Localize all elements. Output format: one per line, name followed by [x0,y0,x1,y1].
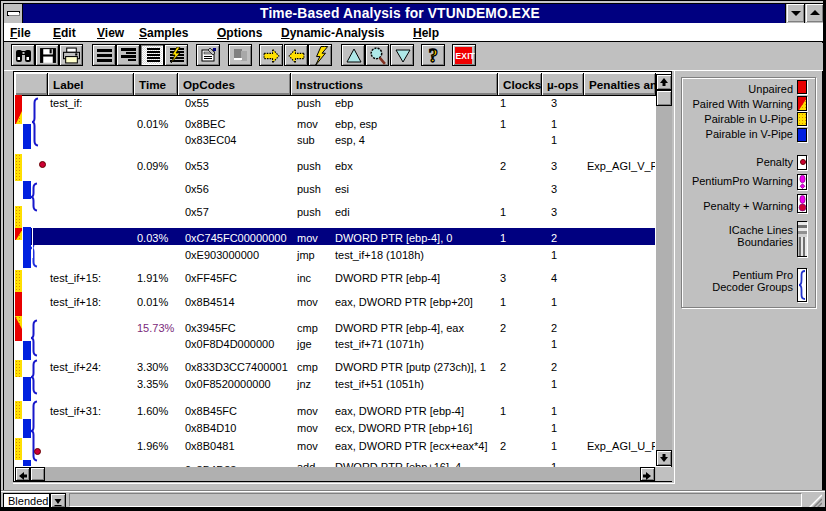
svg-text:EXIT: EXIT [456,51,475,61]
svg-text:?: ? [428,47,438,65]
